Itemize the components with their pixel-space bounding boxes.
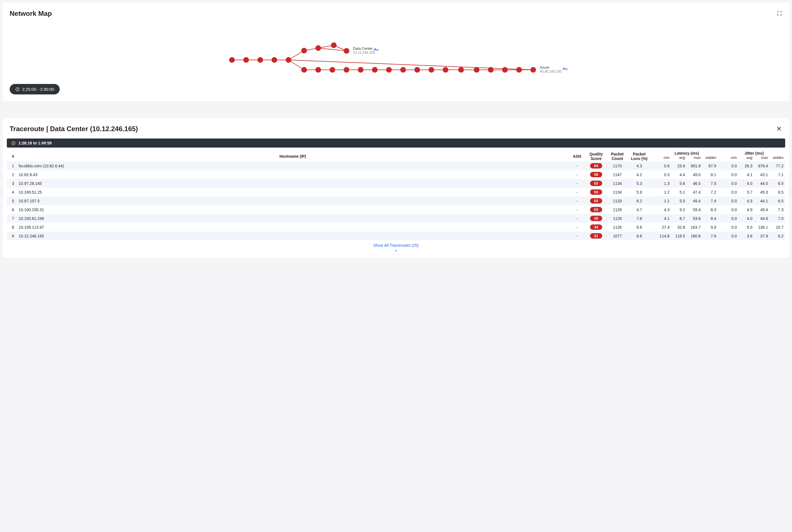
endpoint-data-center-label: Data Center xyxy=(353,46,373,51)
col-packet-count[interactable]: Packet Count xyxy=(607,149,628,162)
cell-lstd: 8.4 xyxy=(702,214,718,223)
cell-lmax: 160.8 xyxy=(687,231,702,240)
traceroute-card: Traceroute | Data Center (10.12.246.165)… xyxy=(3,118,789,258)
cell-jmin: 0.0 xyxy=(723,223,739,231)
cell-asn: - xyxy=(569,214,586,223)
col-jit-max[interactable]: max xyxy=(754,155,770,162)
cell-lmin: 114.8 xyxy=(656,231,671,240)
table-row[interactable]: 210.82.6.43-5611474.20.34.449.08.10.04.1… xyxy=(7,170,785,179)
cell-pcount: 1170 xyxy=(607,162,628,170)
svg-point-24 xyxy=(386,67,392,73)
cell-host: 10.97.28.145 xyxy=(17,179,569,188)
cell-ploss: 5.3 xyxy=(628,179,650,188)
col-idx[interactable]: # xyxy=(7,149,17,162)
cell-pcount: 1133 xyxy=(607,196,628,205)
cell-lmin: 4.1 xyxy=(656,214,671,223)
col-hostname[interactable]: Hostname (IP) xyxy=(17,149,569,162)
col-lat-max[interactable]: max xyxy=(687,155,702,162)
cell-javg: 5.0 xyxy=(739,223,754,231)
show-all-traceroutes-link[interactable]: Show All Traceroutes (25) xyxy=(7,243,785,253)
cell-host: 10.100.230.31 xyxy=(17,205,569,214)
close-icon[interactable] xyxy=(776,125,782,133)
svg-point-34 xyxy=(530,67,536,73)
cell-jstd: 7.0 xyxy=(770,214,785,223)
col-jit-min[interactable]: min xyxy=(723,155,739,162)
quality-badge: 53 xyxy=(590,180,602,186)
cell-jmax: 136.1 xyxy=(754,223,770,231)
table-row[interactable]: 710.100.61.249-3511267.84.18.753.68.40.0… xyxy=(7,214,785,223)
cell-quality: 35 xyxy=(586,214,607,223)
cell-lstd: 7.9 xyxy=(702,231,718,240)
clock-icon xyxy=(15,87,20,92)
cell-ploss: 6.2 xyxy=(628,196,650,205)
col-asn[interactable]: ASN xyxy=(569,149,586,162)
quality-badge: 31 xyxy=(590,233,602,239)
cell-host: 10.12.246.165 xyxy=(17,231,569,240)
cell-host: 10.82.6.43 xyxy=(17,170,569,179)
cell-jmin: 0.0 xyxy=(723,162,739,170)
table-row[interactable]: 810.156.113.97-3411266.827.432.8163.79.9… xyxy=(7,223,785,231)
chevron-down-icon xyxy=(7,249,785,253)
traceroute-table: # Hostname (IP) ASN Quality Score Packet… xyxy=(7,149,785,240)
expand-icon[interactable] xyxy=(777,11,782,17)
time-range-text: 2:25:00 - 2:30:00 xyxy=(22,87,54,92)
cell-jmax: 978.4 xyxy=(754,162,770,170)
table-row[interactable]: 510.97.157.5-5311336.21.15.549.47.40.04.… xyxy=(7,196,785,205)
table-row[interactable]: 1fw.obkio.com (10.82.6.44)-6411704.30.62… xyxy=(7,162,785,170)
cell-pcount: 1126 xyxy=(607,205,628,214)
cell-host: 10.156.113.97 xyxy=(17,223,569,231)
cell-jmin: 0.0 xyxy=(723,214,739,223)
col-lat-avg[interactable]: avg xyxy=(671,155,687,162)
cell-lmax: 53.6 xyxy=(687,214,702,223)
cell-quality: 53 xyxy=(586,179,607,188)
cell-host: fw.obkio.com (10.82.6.44) xyxy=(17,162,569,170)
col-quality[interactable]: Quality Score xyxy=(586,149,607,162)
cell-quality: 34 xyxy=(586,223,607,231)
cell-idx: 5 xyxy=(7,196,17,205)
cell-ploss: 6.8 xyxy=(628,223,650,231)
cell-lavg: 5.5 xyxy=(671,196,687,205)
cell-pcount: 1134 xyxy=(607,179,628,188)
cell-jmin: 0.0 xyxy=(723,205,739,214)
cell-lstd: 7.2 xyxy=(702,188,718,196)
quality-badge: 35 xyxy=(590,216,602,221)
svg-point-32 xyxy=(502,67,508,73)
cell-ploss: 5.9 xyxy=(628,188,650,196)
svg-point-31 xyxy=(488,67,494,73)
svg-point-18 xyxy=(301,67,307,73)
network-map-header: Network Map xyxy=(10,10,782,18)
cell-asn: - xyxy=(569,223,586,231)
svg-point-19 xyxy=(315,67,321,73)
svg-point-29 xyxy=(458,67,464,73)
cell-lstd: 67.9 xyxy=(702,162,718,170)
cell-lstd: 8.1 xyxy=(702,170,718,179)
svg-point-25 xyxy=(400,67,406,73)
cell-jmax: 43.1 xyxy=(754,170,770,179)
cell-lmax: 991.8 xyxy=(687,162,702,170)
quality-badge: 34 xyxy=(590,225,602,230)
col-jitter-group[interactable]: Jitter (ms) xyxy=(723,149,785,155)
col-lat-min[interactable]: min xyxy=(656,155,671,162)
table-row[interactable]: 610.100.230.31-5311264.74.39.259.48.30.0… xyxy=(7,205,785,214)
table-row[interactable]: 910.12.246.165-3110776.6114.8119.5160.87… xyxy=(7,231,785,240)
cell-lmax: 49.4 xyxy=(687,196,702,205)
svg-point-11 xyxy=(301,48,307,53)
quality-badge: 56 xyxy=(590,172,602,177)
cell-javg: 4.3 xyxy=(739,196,754,205)
cell-lmin: 0.6 xyxy=(656,162,671,170)
cell-lmin: 4.3 xyxy=(656,205,671,214)
col-jit-avg[interactable]: avg xyxy=(739,155,754,162)
col-latency-group[interactable]: Latency (ms) xyxy=(656,149,718,155)
cell-jmin: 0.0 xyxy=(723,196,739,205)
table-row[interactable]: 410.249.51.25-5311345.91.25.147.47.20.03… xyxy=(7,188,785,196)
network-topology-graph[interactable]: Data Center 10.12.246.165 Azure 40.85.24… xyxy=(10,23,782,80)
cell-jmax: 45.3 xyxy=(754,188,770,196)
col-lat-std[interactable]: stddev xyxy=(702,155,718,162)
col-jit-std[interactable]: stddev xyxy=(770,155,785,162)
table-row[interactable]: 310.97.28.145-5311345.31.35.646.57.50.04… xyxy=(7,179,785,188)
svg-point-27 xyxy=(428,67,434,73)
traceroute-time-text: 1:28:16 to 1:49:59 xyxy=(18,141,52,145)
time-range-pill[interactable]: 2:25:00 - 2:30:00 xyxy=(10,84,60,94)
cell-lstd: 8.3 xyxy=(702,205,718,214)
col-packet-loss[interactable]: Packet Loss (%) xyxy=(628,149,650,162)
